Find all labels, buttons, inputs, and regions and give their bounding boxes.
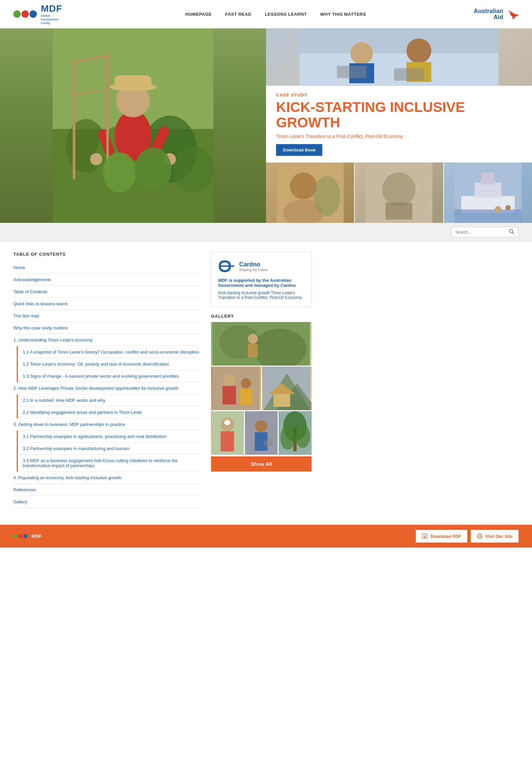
gallery-image-5[interactable]	[245, 411, 278, 455]
gallery-row-2	[211, 367, 312, 410]
workers-image	[266, 28, 532, 86]
toc-item-why-matters[interactable]: Why this case study matters	[13, 322, 201, 334]
gallery-section: GALLERY	[211, 314, 312, 471]
toc-item-1-1[interactable]: 1.1 A snapshot of Timor-Leste's history?…	[17, 346, 201, 358]
toc-item-3-2[interactable]: 3.2 Partnership examples in manufacturin…	[17, 443, 201, 455]
search-bar	[0, 223, 532, 242]
cardno-logo: Cardno Shaping the Future	[218, 259, 305, 274]
hero-section: CASE STUDY KICK-STARTING INCLUSIVE GROWT…	[0, 28, 532, 223]
toc-item-home[interactable]: Home	[13, 262, 201, 274]
gallery-image-2[interactable]	[211, 367, 261, 410]
svg-point-77	[264, 440, 274, 446]
aid-text-line1: Australian	[474, 8, 503, 14]
toc-item-acknowledgements[interactable]: Acknowledgements	[13, 274, 201, 286]
toc-item-references[interactable]: References	[13, 484, 201, 496]
svg-point-26	[103, 152, 136, 193]
toc-item-1-2[interactable]: 1.2 Timor-Leste's economy: Oil, poverty …	[17, 358, 201, 370]
gallery-image-6[interactable]	[279, 411, 312, 455]
svg-point-60	[223, 374, 235, 386]
gallery-image-4[interactable]	[211, 411, 244, 455]
toc-item-3-1[interactable]: 3.1 Partnership examples in agribusiness…	[17, 431, 201, 443]
svg-rect-63	[240, 388, 252, 405]
toc-item-section-2[interactable]: 2. How MDF Leverages Private Sector deve…	[13, 382, 201, 394]
svg-rect-46	[474, 183, 501, 198]
nav-homepage[interactable]: HOMEPAGE	[185, 12, 212, 17]
svg-rect-36	[397, 71, 407, 75]
gallery-label: GALLERY	[211, 314, 312, 319]
cardno-description: MDF is supported by the Australian Gover…	[218, 278, 305, 288]
logo-mdf-text: MDF	[41, 3, 64, 14]
toc-item-fast-read[interactable]: The fast read	[13, 310, 201, 322]
svg-rect-73	[226, 420, 229, 425]
svg-point-62	[241, 378, 251, 388]
download-book-button[interactable]: Download Book	[276, 144, 322, 156]
thumbnail-1	[266, 163, 355, 223]
cardno-logo-icon	[218, 259, 237, 274]
toc-item-section-4[interactable]: 4. Populating an economy, kick-starting …	[13, 472, 201, 484]
toc-item-2-2[interactable]: 2.2 Identifying engagement areas and par…	[17, 406, 201, 419]
hero-title: KICK-STARTING INCLUSIVE GROWTH	[276, 100, 522, 130]
thumbnail-3	[444, 163, 532, 223]
search-icon	[509, 229, 514, 234]
gallery-image-3[interactable]	[262, 367, 312, 410]
header: MDF Market Development Facility HOMEPAGE…	[0, 0, 532, 28]
svg-rect-48	[454, 209, 521, 223]
svg-rect-47	[481, 173, 494, 184]
nav-lessons-learnt[interactable]: LESSONS LEARNT	[265, 12, 307, 17]
svg-point-27	[135, 147, 172, 191]
australian-aid-logo: Australian Aid	[474, 8, 519, 20]
toc-item-3-3[interactable]: 3.3 MDF as a business engagement hub-Cro…	[17, 455, 201, 472]
svg-point-81	[280, 426, 295, 450]
circle-red-icon	[21, 10, 29, 18]
download-pdf-icon	[422, 533, 428, 539]
main-content: TABLE OF CONTENTS Home Acknowledgements …	[0, 242, 532, 518]
logo-circles	[13, 10, 37, 18]
svg-point-32	[406, 39, 431, 63]
toc-item-section-3[interactable]: 3. Getting down to business: MDF partner…	[13, 419, 201, 431]
footer-logo: MDF	[13, 533, 42, 539]
gallery-image-1[interactable]	[211, 322, 312, 366]
svg-point-3	[509, 10, 510, 12]
svg-rect-17	[115, 75, 151, 88]
footer: MDF Download PDF Visit Our Site	[0, 525, 532, 548]
hero-subtitle: Timor-Leste's Transition to a Post-Confl…	[276, 134, 522, 139]
nav-why-this-matters[interactable]: WHY THIS MATTERS	[320, 12, 366, 17]
gallery-row-1	[211, 322, 312, 366]
download-pdf-button[interactable]: Download PDF	[416, 530, 467, 543]
search-input-wrapper	[452, 227, 519, 237]
visit-site-icon	[477, 533, 483, 539]
search-button[interactable]	[509, 229, 514, 235]
svg-point-40	[314, 176, 340, 216]
cardno-link[interactable]: Kick-starting inclusive growth Timor-Les…	[218, 291, 305, 300]
kangaroo-icon	[505, 9, 519, 19]
toc-item-section-1[interactable]: 1. Understanding Timor-Leste's economy	[13, 334, 201, 346]
svg-point-1	[510, 12, 513, 15]
logo-subtitle: Market Development Facility	[41, 14, 64, 25]
svg-rect-58	[248, 344, 258, 357]
svg-rect-61	[222, 386, 236, 404]
svg-point-13	[173, 146, 213, 193]
gallery-grid	[211, 322, 312, 455]
aid-text-line2: Aid	[474, 14, 503, 20]
toc-item-1-3[interactable]: 1.3 Signs of change - A nascent private …	[17, 370, 201, 382]
thumbnail-2	[355, 163, 444, 223]
svg-point-7	[510, 11, 511, 11]
svg-point-82	[295, 425, 310, 448]
svg-point-75	[255, 420, 267, 432]
header-logo: MDF Market Development Facility	[13, 3, 64, 25]
footer-left: MDF	[13, 533, 412, 539]
toc-item-gallery[interactable]: Gallery	[13, 496, 201, 508]
show-all-button[interactable]: Show All	[211, 456, 312, 471]
download-pdf-label: Download PDF	[430, 534, 461, 539]
search-input[interactable]	[455, 230, 509, 235]
svg-point-30	[350, 42, 373, 65]
visit-site-button[interactable]: Visit Our Site	[471, 530, 519, 543]
circle-blue-icon	[29, 10, 37, 18]
cardno-tagline: Shaping the Future	[239, 268, 268, 272]
svg-rect-43	[386, 203, 412, 219]
toc-item-table-of-contents[interactable]: Table of Contents	[13, 286, 201, 298]
nav-fast-read[interactable]: FAST READ	[225, 12, 251, 17]
toc-item-2-1[interactable]: 2.1 In a nutshell: How MDF works and why	[17, 394, 201, 406]
case-study-label: CASE STUDY	[276, 92, 522, 98]
toc-item-quick-links[interactable]: Quick links to lessons learnt	[13, 298, 201, 310]
